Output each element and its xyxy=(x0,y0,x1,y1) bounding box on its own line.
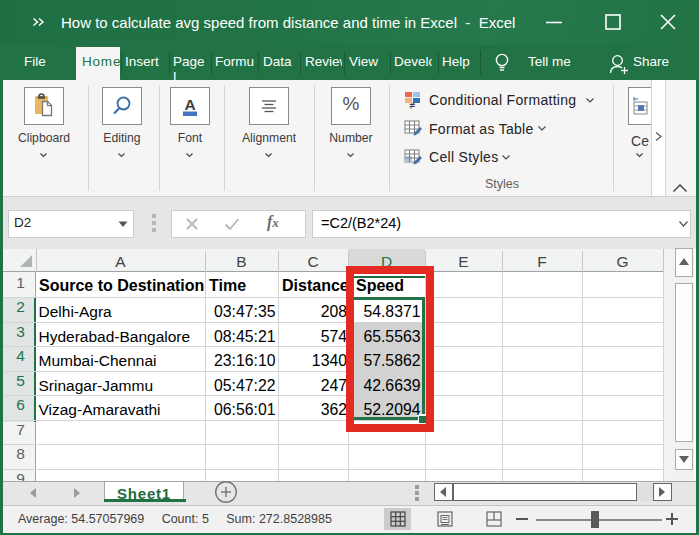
svg-text:≠: ≠ xyxy=(409,99,415,109)
svg-text:A: A xyxy=(184,96,195,113)
